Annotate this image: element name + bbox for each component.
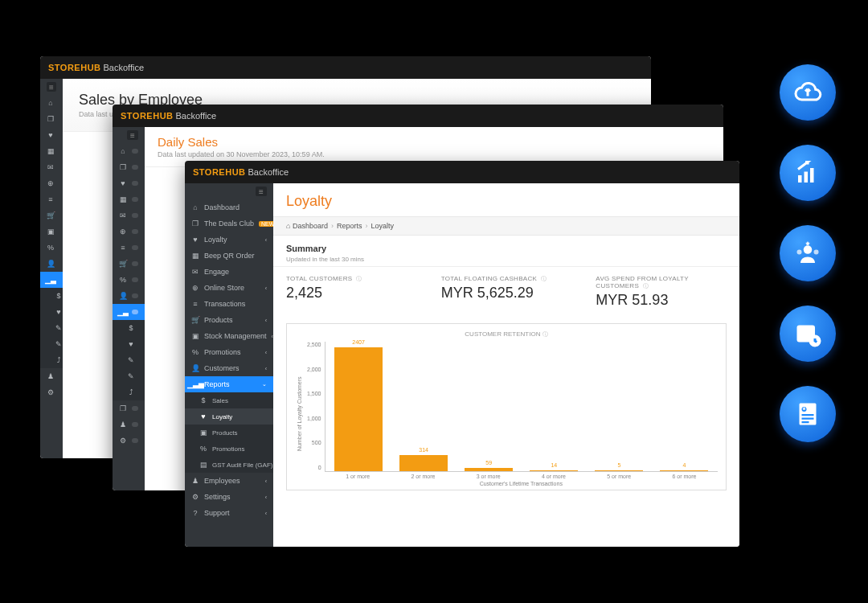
- person-icon: ♟: [191, 477, 199, 485]
- bar[interactable]: 59: [465, 468, 513, 471]
- sidebar-item[interactable]: ⌂: [113, 143, 145, 159]
- sidebar-item[interactable]: %: [40, 240, 63, 256]
- sidebar-item[interactable]: ⚙: [40, 384, 63, 400]
- sidebar-subitem-sales[interactable]: $Sales: [185, 392, 273, 408]
- bar[interactable]: 314: [399, 455, 448, 471]
- sidebar-item-loyalty[interactable]: ♥Loyalty‹: [185, 232, 273, 248]
- menu-toggle-icon[interactable]: ≡: [256, 187, 267, 196]
- info-icon[interactable]: ⓘ: [541, 276, 547, 281]
- menu-toggle-icon[interactable]: ≡: [47, 82, 56, 92]
- bar[interactable]: 5: [595, 470, 643, 471]
- sidebar-item[interactable]: ▣: [40, 224, 63, 240]
- bar[interactable]: 14: [530, 470, 578, 471]
- info-icon[interactable]: ⓘ: [542, 331, 548, 337]
- sidebar-item[interactable]: 👤: [40, 256, 63, 272]
- chat-icon: ✉: [191, 268, 199, 276]
- svg-rect-1: [805, 172, 809, 183]
- bar[interactable]: 4: [660, 470, 708, 471]
- info-icon[interactable]: ⓘ: [356, 276, 362, 281]
- sidebar-item-support[interactable]: ?Support‹: [185, 505, 273, 521]
- breadcrumb-item[interactable]: Loyalty: [371, 222, 395, 230]
- sidebar-item[interactable]: ⌂: [40, 95, 63, 111]
- sidebar-item[interactable]: ✉: [40, 159, 63, 175]
- qr-icon: ▦: [191, 252, 199, 260]
- sidebar-subitem-promotions[interactable]: %Promotions: [185, 441, 273, 457]
- sidebar-item[interactable]: ♥: [113, 175, 145, 191]
- page-updated: Data last updated on 30 November 2023, 1…: [158, 150, 710, 158]
- sidebar-subitem[interactable]: $: [40, 288, 63, 304]
- sidebar-collapsed: ≡ ⌂ ❐ ♥ ▦ ✉ ⊕ ≡ 🛒 % 👤 ▁▃ $ ♥ ✎ ✎ ⤴ ❐ ♟ ⚙: [113, 127, 145, 490]
- sidebar-item[interactable]: ♟: [113, 416, 145, 433]
- sidebar-item-reports[interactable]: ▁▃▅Reports⌄: [185, 376, 273, 392]
- metric-card: TOTAL CUSTOMERS ⓘ 2,425: [286, 275, 417, 309]
- sidebar-item[interactable]: ▦: [113, 191, 145, 207]
- sidebar-item[interactable]: ⊕: [40, 175, 63, 191]
- sidebar-subitem-gst-audit-file-(gaf)[interactable]: ▤GST Audit File (GAF): [185, 457, 273, 473]
- sidebar-item[interactable]: %: [113, 272, 145, 288]
- sidebar-item-the-deals-club[interactable]: ❐The Deals ClubNEW: [185, 215, 273, 232]
- chevron-icon: ‹: [265, 494, 267, 500]
- x-tick: 2 or more: [395, 474, 452, 479]
- box-icon: ▣: [199, 429, 207, 437]
- sidebar-item[interactable]: ⊕: [113, 224, 145, 240]
- brand-suffix: Backoffice: [176, 111, 217, 121]
- bar[interactable]: 2407: [334, 347, 383, 471]
- sidebar-item-customers[interactable]: 👤Customers‹: [185, 360, 273, 376]
- sidebar-item-label: Reports: [204, 380, 230, 388]
- sidebar-item[interactable]: 👤: [113, 288, 145, 304]
- sidebar-item-reports[interactable]: ▁▃: [40, 272, 63, 288]
- sidebar-item[interactable]: ≡: [113, 240, 145, 256]
- sidebar-item-engage[interactable]: ✉Engage: [185, 264, 273, 280]
- sidebar-item[interactable]: ≡: [40, 191, 63, 207]
- sidebar-item[interactable]: ❐: [113, 159, 145, 175]
- x-tick: 1 or more: [330, 474, 387, 479]
- sidebar-item[interactable]: ♥: [40, 127, 63, 143]
- sidebar-item[interactable]: ♟: [40, 368, 63, 384]
- sidebar-subitem[interactable]: ✎: [113, 368, 145, 384]
- sidebar-subitem[interactable]: ✎: [40, 336, 63, 352]
- sidebar-subitem[interactable]: ⤴: [40, 352, 63, 368]
- sidebar-item[interactable]: ❐: [40, 111, 63, 127]
- sidebar-item-online-store[interactable]: ⊕Online Store‹: [185, 280, 273, 296]
- sidebar-item-employees[interactable]: ♟Employees‹: [185, 473, 273, 489]
- home-icon[interactable]: ⌂: [286, 222, 290, 230]
- sidebar-item-label: Engage: [204, 268, 229, 276]
- sidebar-item[interactable]: 🛒: [40, 207, 63, 224]
- report-document-icon: [780, 386, 836, 442]
- sidebar-subitem[interactable]: ✎: [113, 352, 145, 368]
- sidebar-item-dashboard[interactable]: ⌂Dashboard: [185, 199, 273, 215]
- sidebar-item[interactable]: ▦: [40, 143, 63, 159]
- topbar: STOREHUB Backoffice: [185, 161, 739, 183]
- sidebar-subitem[interactable]: ♥: [113, 336, 145, 352]
- sidebar-item[interactable]: ✉: [113, 207, 145, 224]
- metric-value: MYR 5,625.29: [441, 285, 572, 302]
- sidebar-subitem-products[interactable]: ▣Products: [185, 425, 273, 441]
- sidebar-item-settings[interactable]: ⚙Settings‹: [185, 489, 273, 505]
- sidebar-item-stock-management[interactable]: ▣Stock Management‹: [185, 328, 273, 344]
- sidebar-item-promotions[interactable]: %Promotions‹: [185, 344, 273, 360]
- sidebar-subitem[interactable]: ♥: [40, 304, 63, 320]
- breadcrumb-item[interactable]: Reports: [337, 222, 362, 230]
- chevron-icon: ‹: [265, 285, 267, 291]
- sidebar-subitem-loyalty[interactable]: ♥Loyalty: [185, 408, 273, 425]
- menu-toggle-icon[interactable]: ≡: [127, 130, 138, 140]
- sidebar-item-products[interactable]: 🛒Products‹: [185, 312, 273, 328]
- sidebar-item-label: Settings: [204, 493, 231, 501]
- sidebar-item-reports[interactable]: ▁▃: [113, 304, 145, 320]
- info-icon[interactable]: ⓘ: [643, 283, 649, 289]
- metrics-row: TOTAL CUSTOMERS ⓘ 2,425 TOTAL FLOATING C…: [273, 266, 739, 317]
- sidebar-item-transactions[interactable]: ≡Transactions: [185, 296, 273, 312]
- sidebar-subitem[interactable]: ⤴: [113, 384, 145, 400]
- sidebar-item-beep-qr-order[interactable]: ▦Beep QR Order: [185, 248, 273, 264]
- sidebar-item[interactable]: ⚙: [113, 433, 145, 449]
- sidebar-item[interactable]: 🛒: [113, 256, 145, 272]
- sidebar-subitem[interactable]: ✎: [40, 320, 63, 336]
- chevron-icon: ‹: [265, 318, 267, 323]
- summary-updated: Updated in the last 30 mins: [286, 256, 727, 263]
- sidebar-subitem[interactable]: $: [113, 320, 145, 336]
- sidebar-item-label: Beep QR Order: [204, 252, 255, 260]
- bar-column: 59: [461, 468, 518, 471]
- y-axis-label: Number of Loyalty Customers: [295, 342, 304, 486]
- sidebar-item[interactable]: ❐: [113, 400, 145, 416]
- breadcrumb-item[interactable]: Dashboard: [293, 222, 328, 230]
